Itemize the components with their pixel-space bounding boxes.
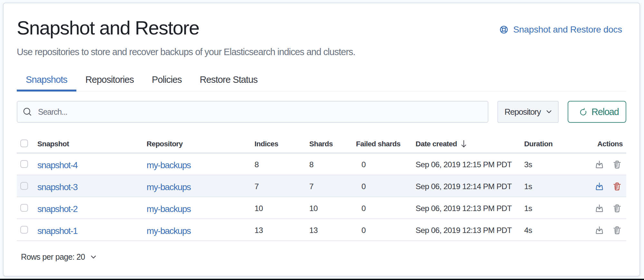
shards-cell: 8 [309,153,356,175]
column-header-indices[interactable]: Indices [255,137,309,153]
shards-cell: 7 [309,175,356,197]
column-header-snapshot[interactable]: Snapshot [37,137,147,153]
delete-snapshot-button[interactable] [612,225,622,235]
snapshot-cell: snapshot-4 [37,153,147,175]
restore-snapshot-button[interactable] [594,159,604,169]
column-header-failed-shards[interactable]: Failed shards [356,137,416,153]
search-box [17,101,488,123]
tab-repositories[interactable]: Repositories [76,68,143,91]
actions-cell [595,175,626,197]
page-description: Use repositories to store and recover ba… [17,46,626,57]
tab-policies[interactable]: Policies [143,68,191,91]
window-bottom-edge [0,279,644,280]
tab-snapshots[interactable]: Snapshots [17,68,76,91]
snapshots-table: Snapshot Repository Indices Shards Faile… [17,137,626,241]
restore-snapshot-button[interactable] [594,225,604,235]
column-header-actions: Actions [595,137,626,153]
column-header-select [17,137,37,153]
reload-button-label: Reload [591,107,619,117]
table-row: snapshot-4 my-backups 8 8 0 Sep 06, 2019… [17,153,626,175]
row-checkbox[interactable] [20,182,28,190]
refresh-icon [579,108,588,116]
indices-cell: 8 [255,153,309,175]
search-input[interactable] [38,107,483,117]
checkbox-cell [17,219,37,241]
duration-cell: 1s [524,175,595,197]
page-header: Snapshot and Restore Snapshot and Restor… [17,18,626,38]
row-checkbox[interactable] [20,160,28,168]
date-created-cell: Sep 06, 2019 12:13 PM PDT [416,219,524,241]
repository-filter-label: Repository [505,107,541,117]
failed-shards-cell: 0 [356,197,416,219]
repository-cell: my-backups [147,153,255,175]
row-actions [595,225,626,235]
row-actions [595,203,626,213]
table-row: snapshot-3 my-backups 7 7 0 Sep 06, 2019… [17,175,626,197]
row-actions [595,159,626,169]
date-created-sort-header: Date created [416,139,467,149]
docs-link-label: Snapshot and Restore docs [513,24,622,35]
indices-cell: 10 [255,197,309,219]
restore-snapshot-button[interactable] [594,203,604,213]
tab-restore-status[interactable]: Restore Status [191,68,266,91]
failed-shards-cell: 0 [356,175,416,197]
delete-snapshot-button[interactable] [612,203,622,213]
actions-cell [595,197,626,219]
docs-link[interactable]: Snapshot and Restore docs [499,24,622,35]
snapshot-link[interactable]: snapshot-4 [37,160,78,170]
repository-link[interactable]: my-backups [147,204,191,214]
row-actions [595,181,626,191]
checkbox-cell [17,175,37,197]
select-all-checkbox[interactable] [20,140,28,147]
indices-cell: 13 [255,219,309,241]
rows-per-page-text: Rows per page: [21,252,74,261]
table-row: snapshot-1 my-backups 13 13 0 Sep 06, 20… [17,219,626,241]
repository-link[interactable]: my-backups [147,160,191,170]
indices-cell: 7 [255,175,309,197]
snapshot-link[interactable]: snapshot-2 [37,204,78,214]
download-tray-icon [594,181,604,191]
help-icon [499,25,508,34]
chevron-down-icon [90,254,97,261]
column-header-date-created[interactable]: Date created [416,137,524,153]
trash-icon [612,225,622,235]
repository-link[interactable]: my-backups [147,226,191,236]
chevron-down-icon [545,108,553,115]
download-tray-icon [594,159,604,169]
snapshot-cell: snapshot-3 [37,175,147,197]
failed-shards-cell: 0 [356,153,416,175]
row-checkbox[interactable] [20,204,28,212]
table-header-row: Snapshot Repository Indices Shards Faile… [17,137,626,153]
duration-cell: 3s [524,153,595,175]
date-created-cell: Sep 06, 2019 12:13 PM PDT [416,197,524,219]
restore-snapshot-button[interactable] [594,181,604,191]
reload-button[interactable]: Reload [568,101,626,123]
delete-snapshot-button[interactable] [612,159,622,169]
table-row: snapshot-2 my-backups 10 10 0 Sep 06, 20… [17,197,626,219]
column-header-shards[interactable]: Shards [309,137,356,153]
trash-icon [612,159,622,169]
snapshot-cell: snapshot-1 [37,219,147,241]
column-header-date-created-label: Date created [416,140,457,148]
delete-snapshot-button[interactable] [612,181,622,191]
column-header-duration[interactable]: Duration [524,137,595,153]
rows-per-page-button[interactable]: Rows per page: 20 [17,252,97,262]
repository-cell: my-backups [147,175,255,197]
column-header-repository[interactable]: Repository [147,137,255,153]
trash-icon [612,203,622,213]
download-tray-icon [594,225,604,235]
snapshot-link[interactable]: snapshot-1 [37,226,78,236]
actions-cell [595,219,626,241]
repository-link[interactable]: my-backups [147,182,191,192]
snapshot-cell: snapshot-2 [37,197,147,219]
duration-cell: 1s [524,197,595,219]
repository-filter-button[interactable]: Repository [497,101,559,123]
toolbar: Repository Reload [17,101,626,123]
snapshot-link[interactable]: snapshot-3 [37,182,78,192]
row-checkbox[interactable] [20,226,28,234]
date-created-cell: Sep 06, 2019 12:14 PM PDT [416,175,524,197]
search-icon [23,107,32,117]
actions-cell [595,153,626,175]
failed-shards-cell: 0 [356,219,416,241]
repository-cell: my-backups [147,219,255,241]
